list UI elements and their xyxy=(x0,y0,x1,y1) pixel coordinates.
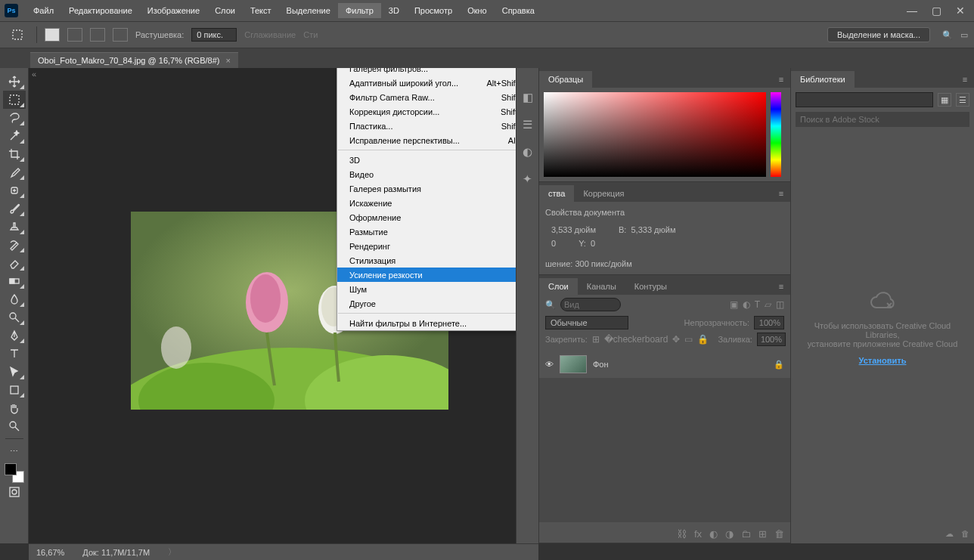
zoom-tool[interactable] xyxy=(3,417,26,435)
panel-menu-icon[interactable]: ≡ xyxy=(772,185,790,202)
filter-item[interactable]: Шум▶ xyxy=(337,282,516,296)
filter-item[interactable]: Галерея фильтров... xyxy=(337,68,516,76)
workspace-icon[interactable]: ▭ xyxy=(960,30,968,40)
filter-item[interactable]: Адаптивный широкий угол...Alt+Shift+Ctrl… xyxy=(337,76,516,90)
libraries-tab[interactable]: Библиотеки xyxy=(791,71,855,88)
filter-item[interactable]: Оформление▶ xyxy=(337,210,516,224)
filter-item[interactable]: Фильтр Camera Raw...Shift+Ctrl+A xyxy=(337,90,516,104)
panel-menu-icon[interactable]: ≡ xyxy=(956,71,974,88)
selection-add-icon[interactable] xyxy=(67,28,82,42)
filter-item[interactable]: Исправление перспективы...Alt+Ctrl+V xyxy=(337,133,516,147)
adjustment-icon[interactable]: ◑ xyxy=(725,528,734,540)
layer-thumbnail[interactable] xyxy=(560,355,587,373)
filter-type-icon[interactable]: T xyxy=(755,299,760,310)
selection-intersect-icon[interactable] xyxy=(113,28,128,42)
list-view-icon[interactable]: ☰ xyxy=(956,93,969,107)
tool-preset-icon[interactable] xyxy=(6,26,29,44)
filter-image-icon[interactable]: ▣ xyxy=(730,299,738,310)
collapsed-icon[interactable]: ◐ xyxy=(523,145,532,159)
marquee-tool[interactable] xyxy=(3,91,26,109)
crop-tool[interactable] xyxy=(3,145,26,163)
filter-item[interactable]: Галерея размытия▶ xyxy=(337,181,516,196)
swatches-tab[interactable]: Образцы xyxy=(539,71,592,88)
menu-текст[interactable]: Текст xyxy=(243,3,279,18)
feather-input[interactable] xyxy=(191,28,237,42)
opacity-input[interactable]: 100% xyxy=(754,316,784,330)
layer-row[interactable]: 👁 Фон 🔒 xyxy=(539,351,790,378)
filter-shape-icon[interactable]: ▱ xyxy=(765,299,771,310)
clone-stamp-tool[interactable] xyxy=(3,218,26,236)
dodge-tool[interactable] xyxy=(3,308,26,326)
adjustments-tab[interactable]: Коррекция xyxy=(574,185,633,202)
install-link[interactable]: Установить xyxy=(859,356,907,365)
shape-tool[interactable] xyxy=(3,381,26,399)
menu-редактирование[interactable]: Редактирование xyxy=(61,3,140,18)
filter-item[interactable]: 3D▶ xyxy=(337,153,516,167)
menu-3d[interactable]: 3D xyxy=(381,3,407,18)
group-icon[interactable]: 🗀 xyxy=(741,528,751,540)
menu-выделение[interactable]: Выделение xyxy=(279,3,338,18)
panel-menu-icon[interactable]: ≡ xyxy=(772,278,790,295)
menu-изображение[interactable]: Изображение xyxy=(140,3,207,18)
link-layers-icon[interactable]: ⛓ xyxy=(677,528,687,540)
hue-slider[interactable] xyxy=(771,92,781,177)
canvas-area[interactable]: « Последний фильтрAlt+Ctrl+FПреобразоват… xyxy=(29,68,516,543)
color-swatches[interactable] xyxy=(5,463,24,483)
path-select-tool[interactable] xyxy=(3,363,26,381)
eyedropper-tool[interactable] xyxy=(3,163,26,181)
close-button[interactable]: ✕ xyxy=(951,5,969,17)
delete-layer-icon[interactable]: 🗑 xyxy=(774,528,784,540)
menu-фильтр[interactable]: Фильтр xyxy=(338,3,381,18)
visibility-icon[interactable]: 👁 xyxy=(545,360,554,369)
maximize-button[interactable]: ▢ xyxy=(927,5,945,17)
move-tool[interactable] xyxy=(3,73,26,91)
filter-adjust-icon[interactable]: ◐ xyxy=(743,299,750,310)
select-and-mask-button[interactable]: Выделение и маска... xyxy=(827,27,930,42)
healing-tool[interactable] xyxy=(3,181,26,200)
quick-mask-tool[interactable] xyxy=(3,483,26,501)
properties-tab[interactable]: ства xyxy=(539,185,574,202)
selection-subtract-icon[interactable] xyxy=(90,28,105,42)
trash-icon[interactable]: 🗑 xyxy=(961,529,969,539)
lock-pixels-icon[interactable]: �checkerboard xyxy=(604,334,668,345)
menu-окно[interactable]: Окно xyxy=(460,3,495,18)
panel-menu-icon[interactable]: ≡ xyxy=(772,71,790,88)
fill-input[interactable]: 100% xyxy=(757,333,786,346)
filter-item[interactable]: Пластика...Shift+Ctrl+X xyxy=(337,119,516,133)
channels-tab[interactable]: Каналы xyxy=(578,278,625,295)
filter-item[interactable]: Видео▶ xyxy=(337,167,516,181)
menu-просмотр[interactable]: Просмотр xyxy=(407,3,460,18)
collapsed-icon[interactable]: ◧ xyxy=(523,91,533,104)
zoom-level[interactable]: 16,67% xyxy=(36,548,64,557)
filter-item[interactable]: Размытие▶ xyxy=(337,224,516,239)
fx-icon[interactable]: fx xyxy=(694,528,702,540)
collapsed-icon[interactable]: ☰ xyxy=(523,118,532,131)
filter-item[interactable]: Искажение▶ xyxy=(337,196,516,210)
edit-toolbar[interactable]: ⋯ xyxy=(3,442,26,460)
collapsed-icon[interactable]: ✦ xyxy=(523,172,532,186)
filter-item[interactable]: Найти фильтры в Интернете... xyxy=(337,316,516,330)
lock-all-icon[interactable]: ⊞ xyxy=(592,334,600,345)
filter-smart-icon[interactable]: ◫ xyxy=(776,299,784,310)
lock-position-icon[interactable]: ✥ xyxy=(672,334,680,345)
filter-item[interactable]: Рендеринг▶ xyxy=(337,239,516,253)
filter-item[interactable]: Коррекция дисторсии...Shift+Ctrl+R xyxy=(337,104,516,119)
brush-tool[interactable] xyxy=(3,200,26,218)
pen-tool[interactable] xyxy=(3,326,26,345)
close-icon[interactable]: × xyxy=(225,56,230,65)
type-tool[interactable] xyxy=(3,345,26,363)
new-layer-icon[interactable]: ⊞ xyxy=(758,528,767,540)
paths-tab[interactable]: Контуры xyxy=(625,278,676,295)
grid-view-icon[interactable]: ▦ xyxy=(938,93,951,107)
document-tab[interactable]: Oboi_Foto_Makro_70_84.jpg @ 16,7% (RGB/8… xyxy=(30,52,238,68)
cloud-sync-icon[interactable]: ☁ xyxy=(945,529,954,539)
mask-icon[interactable]: ◐ xyxy=(709,528,718,540)
eraser-tool[interactable] xyxy=(3,254,26,272)
filter-item[interactable]: Другое▶ xyxy=(337,296,516,311)
minimize-button[interactable]: — xyxy=(903,5,921,17)
color-picker[interactable] xyxy=(544,92,766,177)
menu-справка[interactable]: Справка xyxy=(495,3,542,18)
layer-filter-input[interactable] xyxy=(560,298,621,311)
blur-tool[interactable] xyxy=(3,290,26,308)
menu-файл[interactable]: Файл xyxy=(26,3,61,18)
